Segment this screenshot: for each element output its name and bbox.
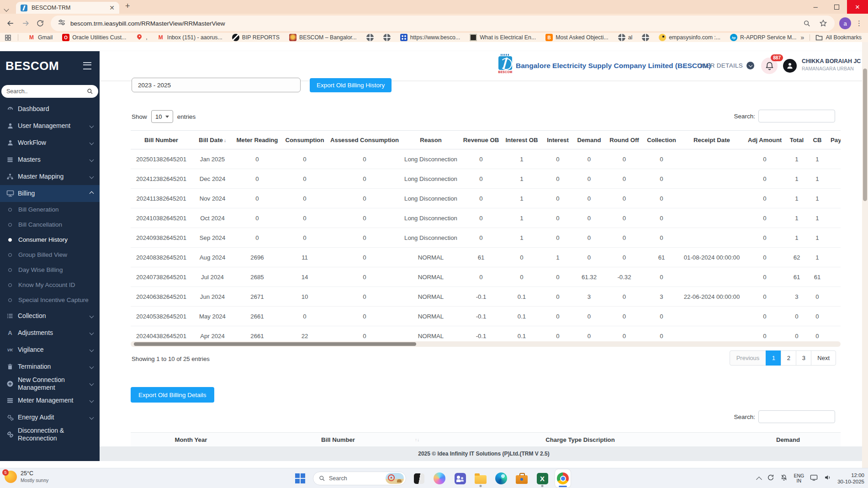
user-avatar[interactable] [783, 59, 797, 73]
notifications-button[interactable]: 887 [761, 58, 778, 74]
scrollbar-thumb[interactable] [863, 69, 867, 201]
sidebar-item-termination[interactable]: Termination [0, 358, 100, 375]
column-header-charge-type-discription[interactable]: Charge Type Discription [425, 436, 736, 443]
edge-icon[interactable] [493, 469, 509, 488]
zoom-icon[interactable] [803, 20, 811, 27]
column-header-assessed-consumption[interactable]: Assessed Consumption [328, 131, 401, 149]
page-size-select[interactable]: 10 [151, 110, 173, 123]
profile-avatar[interactable]: a [839, 17, 851, 29]
tray-cast-icon[interactable] [810, 474, 818, 483]
sidebar-item-adjustments[interactable]: AAdjustments [0, 324, 100, 341]
start-button[interactable] [292, 469, 308, 488]
bookmark-https-www-besco[interactable]: https://www.besco... [400, 34, 460, 41]
bookmark-globe[interactable] [383, 34, 391, 41]
bookmark-empasysinfo-com[interactable]: empasysinfo.com :... [659, 34, 720, 41]
sidebar-subitem-special-incentive-capture[interactable]: Special Incentive Capture [0, 292, 100, 308]
weather-widget[interactable]: 5 25°C Mostly sunny [5, 470, 48, 483]
column-header-round-off[interactable]: Round Off [604, 131, 644, 149]
column-header-collection[interactable]: Collection [644, 131, 679, 149]
column-header-cb[interactable]: CB [809, 131, 826, 149]
minimize-button[interactable]: ─ [805, 0, 826, 14]
table-horizontal-scrollbar[interactable] [131, 341, 841, 347]
bookmark-star-icon[interactable] [819, 19, 827, 27]
browser-tab[interactable]: BESCOM-TRM ✕ [16, 2, 119, 14]
sidebar-item-energy-audit[interactable]: Energy Audit [0, 409, 100, 426]
bookmark-bip-reports[interactable]: BIP REPORTS [232, 34, 280, 41]
taskbar-search[interactable]: Search [313, 472, 406, 485]
bookmark-al[interactable]: al [618, 34, 633, 41]
column-header-payment[interactable]: Payment [826, 131, 841, 149]
tray-dnd-bell-icon[interactable] [780, 474, 788, 483]
column-header-revenue-ob[interactable]: Revenue OB [460, 131, 502, 149]
sidebar-subitem-bill-cancellation[interactable]: Bill Cancellation [0, 217, 100, 232]
hamburger-icon[interactable] [83, 62, 91, 69]
column-header-interest-ob[interactable]: Interest OB [502, 131, 542, 149]
table1-search-input[interactable] [758, 110, 835, 122]
sidebar-subitem-day-wise-billing[interactable]: Day Wise Billing [0, 262, 100, 277]
phone-link-icon[interactable] [411, 469, 427, 488]
browser-menu-icon[interactable]: ⋮ [856, 19, 863, 27]
clock[interactable]: 12:0030-10-2025 [837, 472, 864, 485]
site-settings-icon[interactable] [58, 19, 65, 28]
bookmarks-overflow-icon[interactable]: » [801, 34, 804, 41]
back-icon[interactable] [6, 19, 15, 28]
bookmark-most-asked-objecti[interactable]: Most Asked Objecti... [545, 34, 609, 41]
bookmark-[interactable]: , [136, 34, 147, 41]
column-header-receipt-date[interactable]: Receipt Date [679, 131, 745, 149]
sidebar-item-disconnection-reconnection[interactable]: Disconnection & Reconnection [0, 426, 100, 443]
export-old-billing-history-button[interactable]: Export Old Billing History [310, 78, 392, 92]
column-header-bill-number[interactable]: Bill Number↑↓ [251, 436, 425, 443]
excel-icon[interactable] [535, 469, 550, 488]
sidebar-subitem-consumer-history[interactable]: Consumer History [0, 232, 100, 247]
sidebar-search-input[interactable]: Search.. [1, 85, 98, 98]
pagination-page-3[interactable]: 3 [796, 350, 811, 366]
column-header-demand[interactable]: Demand [574, 131, 604, 149]
sidebar-item-master-mapping[interactable]: Master Mapping [0, 168, 100, 185]
column-header-total[interactable]: Total [785, 131, 809, 149]
sidebar-subitem-know-my-account-id[interactable]: Know My Account ID [0, 277, 100, 292]
address-bar[interactable]: bescom.trm.ieasybill.com/RRMasterView/RR… [51, 16, 835, 31]
sidebar-item-new-connection-management[interactable]: New Connection Management [0, 375, 100, 392]
new-tab-button[interactable]: + [125, 1, 130, 11]
file-explorer-icon[interactable] [473, 469, 488, 488]
tab-search-chevron-icon[interactable] [5, 5, 9, 9]
column-header-interest[interactable]: Interest [542, 131, 574, 149]
bookmark-what-is-electrical-en[interactable]: What is Electrical En... [470, 34, 536, 41]
bookmark-bescom-bangalor[interactable]: BESCOM – Bangalor... [289, 34, 357, 41]
reload-icon[interactable] [36, 19, 44, 27]
tray-sync-icon[interactable] [767, 474, 774, 483]
bookmark-r-apdrp-service-m[interactable]: R-APDRP Service M... [730, 34, 796, 41]
export-old-billing-details-button[interactable]: Export Old Billing Details [131, 387, 214, 403]
sidebar-item-meter-management[interactable]: Meter Management [0, 392, 100, 409]
apps-grid-icon[interactable] [5, 34, 11, 41]
sidebar-item-dashboard[interactable]: Dashboard [0, 101, 100, 117]
tray-chevron-up-icon[interactable] [757, 477, 762, 483]
sidebar-item-user-management[interactable]: User Management [0, 117, 100, 134]
column-header-bill-date[interactable]: Bill Date↓ [192, 131, 233, 149]
column-header-reason[interactable]: Reason [401, 131, 460, 149]
column-header-meter-reading[interactable]: Meter Reading [233, 131, 281, 149]
table2-search-input[interactable] [758, 410, 835, 423]
sidebar-item-billing[interactable]: Billing [0, 185, 100, 202]
forward-icon[interactable] [21, 19, 30, 28]
pagination-page-1[interactable]: 1 [766, 350, 781, 366]
chrome-icon[interactable] [555, 469, 571, 488]
pagination-page-2[interactable]: 2 [781, 350, 796, 366]
sidebar-item-collection[interactable]: Collection [0, 308, 100, 324]
column-header-demand[interactable]: Demand [736, 436, 841, 443]
bookmark-inbox-151-aaorus[interactable]: Inbox (151) - aaorus... [157, 34, 222, 41]
bookmark-gmail[interactable]: Gmail [28, 34, 53, 41]
sidebar-subitem-bill-generation[interactable]: Bill Generation [0, 202, 100, 217]
teams-icon[interactable] [452, 469, 468, 488]
tab-close-icon[interactable]: ✕ [109, 5, 115, 11]
pagination-next[interactable]: Next [811, 350, 836, 366]
sidebar-item-workflow[interactable]: WorkFlow [0, 134, 100, 151]
scrollbar-thumb[interactable] [134, 342, 416, 346]
copilot-icon[interactable] [432, 469, 447, 488]
close-button[interactable]: ✕ [847, 0, 868, 14]
bookmark-globe[interactable] [642, 34, 649, 41]
column-header-adj-amount[interactable]: Adj Amount [745, 131, 785, 149]
year-range-select[interactable]: 2023 - 2025 [132, 78, 301, 92]
maximize-button[interactable] [826, 0, 847, 14]
pagination-previous[interactable]: Previous [730, 350, 767, 366]
